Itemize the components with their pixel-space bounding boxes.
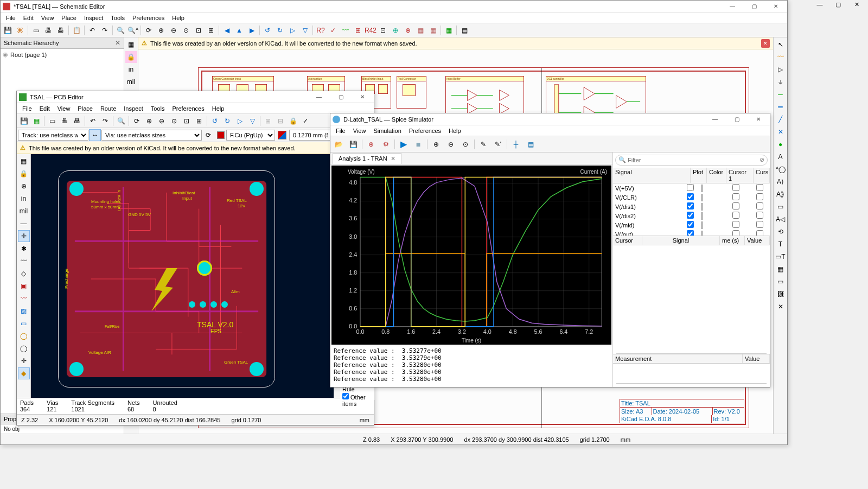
menu-edit[interactable]: Edit bbox=[20, 14, 37, 22]
host-minimize-button[interactable]: — bbox=[810, 1, 829, 12]
net-label-icon[interactable]: A bbox=[775, 151, 787, 163]
grid-icon[interactable]: ▦ bbox=[125, 39, 137, 50]
signals-list[interactable]: V(+5V) V(/CLR) V(/dis1) V(/dis2) V(/mid)… bbox=[613, 183, 770, 236]
zoom-in-icon[interactable]: ⊕ bbox=[429, 137, 443, 151]
undo-icon[interactable]: ↶ bbox=[87, 115, 99, 127]
grid-toggle-icon[interactable]: ┼ bbox=[509, 137, 523, 151]
page-settings-icon[interactable]: ▭ bbox=[46, 115, 58, 127]
search-icon[interactable]: 🔍 bbox=[115, 115, 127, 127]
rotate-ccw-icon[interactable]: ↺ bbox=[261, 24, 273, 36]
grid-override-icon[interactable]: 🔒 bbox=[125, 51, 137, 63]
maximize-button[interactable]: ▢ bbox=[727, 113, 746, 125]
sim-titlebar[interactable]: D-Latch_TSAL — Spice Simulator — ▢ ✕ bbox=[330, 113, 770, 125]
ratsnest-icon[interactable]: ✱ bbox=[18, 243, 30, 255]
menu-place[interactable]: Place bbox=[74, 104, 96, 113]
mirror-icon[interactable]: ▷ bbox=[234, 115, 246, 127]
tab-close-icon[interactable]: ✕ bbox=[391, 155, 395, 162]
flip-icon[interactable]: ▽ bbox=[246, 115, 258, 127]
zoom-out-icon[interactable]: ⊖ bbox=[156, 115, 168, 127]
signal-filter-input[interactable] bbox=[615, 155, 768, 166]
stop-icon[interactable]: ■ bbox=[411, 137, 425, 151]
edit-fields-icon[interactable]: R42 bbox=[365, 24, 376, 36]
rotate-cw-icon[interactable]: ↻ bbox=[274, 24, 286, 36]
text-icon[interactable]: T bbox=[775, 238, 787, 250]
table-icon[interactable]: ▦ bbox=[775, 263, 787, 275]
zoom-objects-icon[interactable]: ⊡ bbox=[181, 115, 193, 127]
group-icon[interactable]: ⊞ bbox=[262, 115, 274, 127]
layer-manager-icon[interactable]: ◆ bbox=[18, 367, 30, 379]
sheet-icon[interactable]: ▭ bbox=[775, 201, 787, 213]
find-replace-icon[interactable]: 🔍ᴬ bbox=[127, 24, 139, 36]
print-icon[interactable]: 🖶 bbox=[59, 115, 71, 127]
schematic-block[interactable]: Input Buffer bbox=[445, 76, 524, 117]
cursor-list[interactable] bbox=[613, 245, 770, 353]
hierarchy-close-icon[interactable]: ✕ bbox=[115, 39, 120, 47]
menu-inspect[interactable]: Inspect bbox=[81, 14, 106, 22]
sim-plot-area[interactable]: Voltage (V) Current (A) Time (s) 0.00.81… bbox=[331, 166, 611, 345]
menu-inspect[interactable]: Inspect bbox=[120, 104, 146, 113]
unit-mil-icon[interactable]: mil bbox=[18, 205, 30, 217]
bus-entry-icon[interactable]: ╱ bbox=[775, 113, 787, 125]
sim-icon[interactable]: 〰 bbox=[340, 24, 352, 36]
sim-log[interactable]: Reference value : 3.53277e+00 Reference … bbox=[330, 346, 612, 387]
menu-preferences[interactable]: Preferences bbox=[129, 14, 168, 22]
save-icon[interactable]: 💾 bbox=[2, 24, 14, 36]
ungroup-icon[interactable]: ⊟ bbox=[275, 115, 286, 127]
menu-tools[interactable]: Tools bbox=[148, 104, 168, 113]
zones-icon[interactable]: ▨ bbox=[18, 305, 30, 317]
contrast-icon[interactable]: ▣ bbox=[18, 280, 30, 292]
menu-route[interactable]: Route bbox=[97, 104, 119, 113]
global-label-icon[interactable]: A⟩ bbox=[775, 176, 787, 188]
host-maximize-button[interactable]: ▢ bbox=[829, 1, 847, 12]
measurement-list[interactable] bbox=[613, 364, 770, 383]
minimize-button[interactable]: — bbox=[723, 1, 742, 12]
select-tool-icon[interactable]: ↖ bbox=[775, 39, 787, 50]
via-outline-icon[interactable]: ◯ bbox=[18, 342, 30, 354]
grid-icon[interactable]: ▦ bbox=[18, 155, 30, 167]
highlight-net-icon[interactable]: 〰 bbox=[775, 51, 787, 63]
track-edit-icon[interactable]: ↔ bbox=[89, 129, 101, 141]
script-icon[interactable]: ▤ bbox=[458, 24, 470, 36]
add-power-icon[interactable]: ⏚ bbox=[775, 76, 787, 88]
schematic-block[interactable]: Red Connector bbox=[397, 76, 426, 109]
redo-icon[interactable]: ↷ bbox=[99, 115, 111, 127]
bom-icon[interactable]: ⊕ bbox=[390, 24, 401, 36]
zones-outline-icon[interactable]: ▭ bbox=[18, 317, 30, 329]
menu-tools[interactable]: Tools bbox=[107, 14, 128, 22]
plot-icon[interactable]: 🖶 bbox=[55, 24, 67, 36]
pcb-titlebar[interactable]: TSAL — PCB Editor — ▢ ✕ bbox=[17, 91, 374, 103]
sync-pins-icon[interactable]: ⟲ bbox=[775, 226, 787, 238]
rotate-cw-icon[interactable]: ↻ bbox=[221, 115, 233, 127]
assign-fp-icon[interactable]: ⊞ bbox=[352, 24, 364, 36]
zoom-fit-icon[interactable]: ⊙ bbox=[168, 115, 180, 127]
tune-icon[interactable]: ✎' bbox=[491, 137, 505, 151]
textbox-icon[interactable]: ▭T bbox=[775, 251, 787, 263]
unit-mil-icon[interactable]: mil bbox=[125, 76, 137, 88]
sheet-pin-icon[interactable]: A◁ bbox=[775, 213, 787, 225]
bom-export-icon[interactable]: ▦ bbox=[427, 24, 439, 36]
add-bus-icon[interactable]: ═ bbox=[775, 101, 787, 113]
signal-row[interactable]: V(+5V) bbox=[613, 183, 770, 193]
warning-close-icon[interactable]: ✕ bbox=[761, 39, 770, 48]
netlist-icon[interactable]: ⊕ bbox=[402, 24, 414, 36]
netclass-icon[interactable]: ᴬ◯ bbox=[775, 163, 787, 175]
undo-icon[interactable]: ↶ bbox=[86, 24, 98, 36]
zoom-out-icon[interactable]: ⊖ bbox=[168, 24, 180, 36]
search-icon[interactable]: 🔍 bbox=[114, 24, 126, 36]
grid-override-icon[interactable]: 🔒 bbox=[18, 168, 30, 180]
redo-icon[interactable]: ↷ bbox=[99, 24, 111, 36]
via-size-select[interactable]: Via: use netclass sizes bbox=[101, 130, 202, 141]
menu-edit[interactable]: Edit bbox=[36, 104, 53, 113]
menu-view[interactable]: View bbox=[350, 126, 369, 135]
zoom-selection-icon[interactable]: ⊞ bbox=[205, 24, 217, 36]
open-icon[interactable]: 📂 bbox=[331, 137, 346, 151]
zoom-in-icon[interactable]: ⊕ bbox=[143, 115, 155, 127]
sim-tab[interactable]: Analysis 1 - TRAN✕ bbox=[333, 153, 401, 164]
junction-icon[interactable]: ● bbox=[775, 138, 787, 150]
signal-row[interactable]: V(/out) bbox=[613, 230, 770, 236]
plot-icon[interactable]: 🖶 bbox=[71, 115, 83, 127]
menu-preferences[interactable]: Preferences bbox=[169, 104, 207, 113]
close-button[interactable]: ✕ bbox=[749, 113, 768, 125]
unit-in-icon[interactable]: in bbox=[125, 63, 137, 75]
image-icon[interactable]: 🖼 bbox=[775, 288, 787, 300]
